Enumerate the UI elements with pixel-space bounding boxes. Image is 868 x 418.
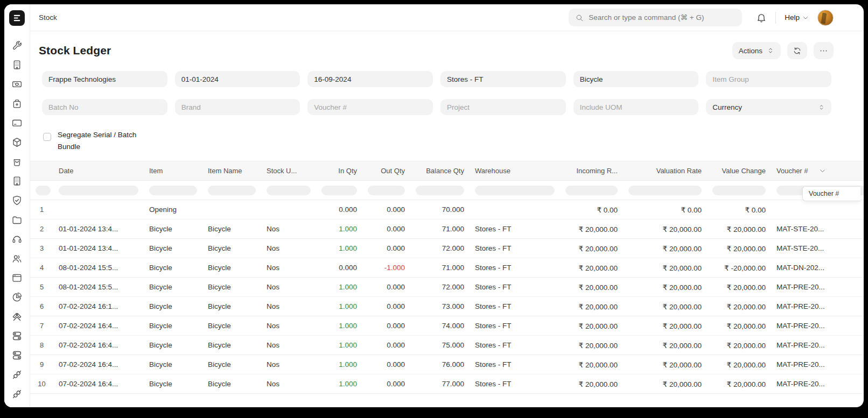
cell-incoming[interactable]: ₹ 20,000.00: [560, 297, 623, 316]
headset-icon[interactable]: [11, 233, 23, 245]
cell-uom[interactable]: Nos: [261, 374, 316, 394]
cell-item_name[interactable]: Bicycle: [202, 258, 261, 278]
column-header-item[interactable]: Item: [144, 161, 202, 181]
cell-item[interactable]: Bicycle: [144, 355, 202, 374]
cell-valuation[interactable]: ₹ 20,000.00: [623, 258, 707, 278]
cell-uom[interactable]: Nos: [261, 336, 316, 355]
cell-value_change[interactable]: ₹ 0.00: [707, 200, 771, 219]
actions-button[interactable]: Actions: [732, 42, 781, 59]
cell-balance[interactable]: 74.000: [410, 316, 470, 336]
cell-value_change[interactable]: ₹ 20,000.00: [707, 336, 771, 355]
cell-out_qty[interactable]: 0.000: [362, 239, 410, 258]
cell-valuation[interactable]: ₹ 20,000.00: [623, 278, 707, 297]
column-header-value_change[interactable]: Value Change: [707, 161, 771, 181]
cell-balance[interactable]: 71.000: [410, 219, 470, 239]
cell-idx[interactable]: 7: [30, 316, 53, 336]
filter-from-date[interactable]: 01-01-2024: [175, 71, 300, 87]
filter-brand[interactable]: Brand: [175, 99, 300, 115]
cell-voucher[interactable]: MAT-PRE-20...: [771, 297, 864, 316]
cell-item[interactable]: Bicycle: [144, 316, 202, 336]
cell-incoming[interactable]: ₹ 20,000.00: [560, 336, 623, 355]
cell-date[interactable]: 07-02-2024 16:1...: [53, 297, 144, 316]
cell-item[interactable]: Bicycle: [144, 219, 202, 239]
cell-item_name[interactable]: Bicycle: [202, 297, 261, 316]
filter-company[interactable]: Frappe Technologies: [42, 71, 167, 87]
cell-in_qty[interactable]: 0.000: [316, 200, 362, 219]
cell-date[interactable]: [53, 200, 144, 219]
cell-out_qty[interactable]: 0.000: [362, 297, 410, 316]
column-filter-input-valuation[interactable]: [628, 186, 702, 195]
filter-to-date[interactable]: 16-09-2024: [307, 71, 433, 87]
cell-item[interactable]: Bicycle: [144, 278, 202, 297]
column-filter-input-idx[interactable]: [36, 186, 51, 195]
stock-icon[interactable]: [11, 98, 23, 109]
cell-incoming[interactable]: ₹ 20,000.00: [560, 374, 623, 394]
column-filter-input-balance[interactable]: [416, 186, 464, 195]
cell-voucher[interactable]: MAT-PRE-20...: [771, 278, 864, 297]
cell-out_qty[interactable]: 0.000: [362, 219, 410, 239]
cell-valuation[interactable]: ₹ 20,000.00: [623, 219, 707, 239]
cell-voucher[interactable]: MAT-PRE-20...: [771, 355, 864, 374]
shield-check-icon[interactable]: [11, 195, 23, 206]
cell-valuation[interactable]: ₹ 0.00: [623, 200, 707, 219]
column-header-balance[interactable]: Balance Qty: [410, 161, 470, 181]
cell-incoming[interactable]: ₹ 20,000.00: [560, 278, 623, 297]
cell-incoming[interactable]: ₹ 20,000.00: [560, 258, 623, 278]
cell-item_name[interactable]: [202, 200, 261, 219]
cell-date[interactable]: 08-01-2024 15:5...: [53, 278, 144, 297]
folder-icon[interactable]: [11, 214, 23, 225]
cell-warehouse[interactable]: [470, 200, 560, 219]
cell-warehouse[interactable]: Stores - FT: [470, 219, 560, 239]
column-header-idx[interactable]: [30, 161, 53, 181]
cell-date[interactable]: 07-02-2024 16:4...: [53, 336, 144, 355]
cell-date[interactable]: 07-02-2024 16:4...: [53, 355, 144, 374]
filter-item[interactable]: Bicycle: [573, 71, 699, 87]
filter-project[interactable]: Project: [440, 99, 566, 115]
cell-item[interactable]: Bicycle: [144, 336, 202, 355]
user-avatar[interactable]: [817, 10, 834, 26]
cell-incoming[interactable]: ₹ 0.00: [560, 200, 623, 219]
cell-uom[interactable]: [261, 200, 316, 219]
cell-out_qty[interactable]: 0.000: [362, 374, 410, 394]
cell-item_name[interactable]: Bicycle: [202, 374, 261, 394]
column-header-uom[interactable]: Stock U...: [261, 161, 316, 181]
cell-item[interactable]: Bicycle: [144, 297, 202, 316]
column-filter-input-item_name[interactable]: [208, 186, 256, 195]
cell-warehouse[interactable]: Stores - FT: [470, 278, 560, 297]
cell-balance[interactable]: 73.000: [410, 297, 470, 316]
cell-item_name[interactable]: Bicycle: [202, 336, 261, 355]
cell-item_name[interactable]: Bicycle: [202, 355, 261, 374]
cell-date[interactable]: 08-01-2024 15:5...: [53, 258, 144, 278]
column-filter-input-incoming[interactable]: [565, 186, 618, 195]
cell-value_change[interactable]: ₹ 20,000.00: [707, 297, 771, 316]
cell-warehouse[interactable]: Stores - FT: [470, 355, 560, 374]
cell-item[interactable]: Bicycle: [144, 258, 202, 278]
cell-value_change[interactable]: ₹ 20,000.00: [707, 374, 771, 394]
cell-idx[interactable]: 5: [30, 278, 53, 297]
cell-valuation[interactable]: ₹ 20,000.00: [623, 336, 707, 355]
cell-valuation[interactable]: ₹ 20,000.00: [623, 297, 707, 316]
cell-voucher[interactable]: MAT-PRE-20...: [771, 316, 864, 336]
cell-idx[interactable]: 8: [30, 336, 53, 355]
shopping-bag-icon[interactable]: [11, 156, 23, 167]
cell-warehouse[interactable]: Stores - FT: [470, 297, 560, 316]
cell-idx[interactable]: 4: [30, 258, 53, 278]
column-filter-input-warehouse[interactable]: [475, 186, 555, 195]
column-filter-input-in_qty[interactable]: [321, 186, 357, 195]
cell-value_change[interactable]: ₹ 20,000.00: [707, 278, 771, 297]
cell-in_qty[interactable]: 1.000: [316, 355, 362, 374]
cell-in_qty[interactable]: 0.000: [316, 258, 362, 278]
checkbox-icon[interactable]: [43, 133, 51, 141]
cell-in_qty[interactable]: 1.000: [316, 239, 362, 258]
building-alt-icon[interactable]: [11, 175, 23, 187]
cell-value_change[interactable]: ₹ 20,000.00: [707, 219, 771, 239]
cell-warehouse[interactable]: Stores - FT: [470, 239, 560, 258]
cell-uom[interactable]: Nos: [261, 258, 316, 278]
cell-in_qty[interactable]: 1.000: [316, 374, 362, 394]
column-filter-input-item[interactable]: [149, 186, 197, 195]
column-header-warehouse[interactable]: Warehouse: [470, 161, 560, 181]
cell-warehouse[interactable]: Stores - FT: [470, 258, 560, 278]
column-header-valuation[interactable]: Valuation Rate: [623, 161, 707, 181]
cell-warehouse[interactable]: Stores - FT: [470, 336, 560, 355]
cell-idx[interactable]: 6: [30, 297, 53, 316]
